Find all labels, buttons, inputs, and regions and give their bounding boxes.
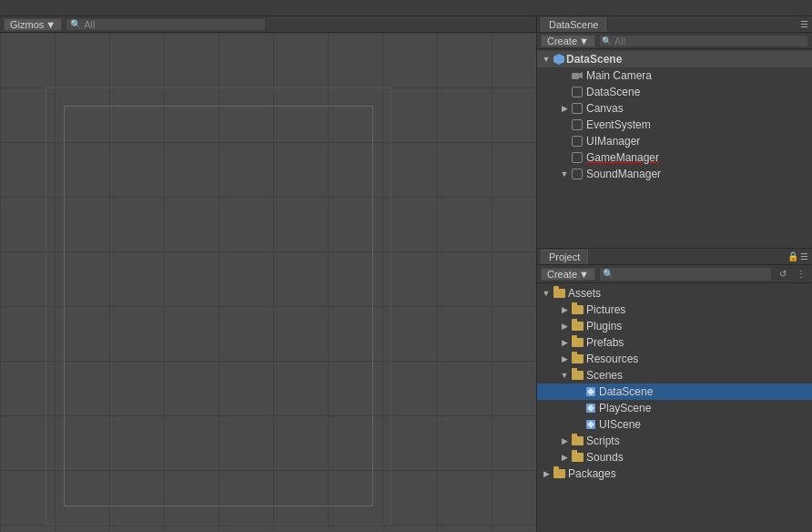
uimanager-icon bbox=[570, 134, 584, 148]
resources-label: Resources bbox=[586, 353, 638, 365]
canvas-gameobject-icon bbox=[572, 103, 583, 114]
soundmanager-gameobject-icon bbox=[572, 169, 583, 179]
scripts-folder-shape bbox=[572, 436, 584, 445]
hierarchy-item-eventsystem[interactable]: EventSystem bbox=[537, 117, 812, 133]
pictures-folder-icon bbox=[570, 302, 584, 317]
project-tab-label: Project bbox=[549, 251, 580, 262]
canvas-expand-arrow bbox=[559, 103, 570, 114]
project-search-container: 🔍 bbox=[599, 267, 772, 281]
assets-expand-arrow bbox=[541, 288, 552, 299]
hierarchy-item-uimanager[interactable]: UIManager bbox=[537, 133, 812, 149]
assets-label: Assets bbox=[568, 287, 601, 300]
eventsystem-label: EventSystem bbox=[586, 118, 651, 131]
prefabs-folder-icon bbox=[570, 335, 584, 350]
hierarchy-tab[interactable]: DataScene bbox=[541, 17, 606, 32]
project-item-prefabs[interactable]: Prefabs bbox=[537, 334, 812, 351]
playscene-file-icon bbox=[584, 402, 597, 414]
packages-folder-shape bbox=[553, 469, 565, 478]
scenes-folder-shape bbox=[572, 371, 584, 380]
project-item-packages[interactable]: Packages bbox=[537, 466, 812, 482]
hierarchy-item-datascene-root[interactable]: DataScene bbox=[537, 51, 812, 67]
uimanager-label: UIManager bbox=[586, 135, 640, 148]
project-item-uiscene-file[interactable]: UIScene bbox=[537, 416, 812, 433]
scene-inner-box bbox=[64, 106, 373, 506]
prefabs-expand-arrow bbox=[559, 337, 570, 348]
project-search-icon: 🔍 bbox=[603, 269, 614, 279]
project-item-datascene-file[interactable]: DataScene bbox=[537, 384, 812, 400]
project-create-arrow: ▼ bbox=[579, 269, 589, 280]
playscene-file-label: PlayScene bbox=[599, 402, 651, 414]
project-panel-toolbar: Project 🔒 ☰ bbox=[537, 249, 812, 265]
hierarchy-controls: Create ▼ 🔍 bbox=[537, 33, 812, 49]
main-layout: Gizmos ▼ 🔍 All DataScene ☰ bbox=[0, 16, 812, 532]
datascene-file-icon bbox=[584, 385, 597, 398]
scene-toolbar: Gizmos ▼ 🔍 All bbox=[0, 16, 536, 33]
scene-panel: Gizmos ▼ 🔍 All bbox=[0, 16, 537, 532]
main-camera-icon bbox=[570, 68, 584, 83]
scripts-expand-arrow bbox=[559, 435, 570, 446]
soundmanager-expand-arrow bbox=[559, 169, 570, 179]
lock-icon[interactable]: 🔒 bbox=[787, 251, 798, 261]
soundmanager-icon bbox=[570, 167, 584, 181]
resources-folder-icon bbox=[570, 352, 584, 366]
soundmanager-label: SoundManager bbox=[586, 168, 661, 180]
project-item-sounds[interactable]: Sounds bbox=[537, 449, 812, 466]
hierarchy-search-container: 🔍 bbox=[599, 35, 808, 47]
sounds-folder-icon bbox=[570, 450, 584, 465]
scenes-expand-arrow bbox=[559, 370, 570, 381]
hierarchy-create-arrow: ▼ bbox=[579, 36, 589, 46]
scene-search-placeholder: All bbox=[84, 19, 95, 30]
eventsystem-gameobject-icon bbox=[572, 119, 583, 130]
project-item-scripts[interactable]: Scripts bbox=[537, 433, 812, 449]
gizmos-label: Gizmos bbox=[10, 19, 44, 30]
top-bar bbox=[0, 0, 812, 16]
project-item-pictures[interactable]: Pictures bbox=[537, 302, 812, 318]
sounds-label: Sounds bbox=[586, 451, 624, 464]
project-columns-button[interactable]: ⋮ bbox=[794, 267, 808, 281]
canvas-label: Canvas bbox=[586, 102, 624, 115]
hierarchy-item-soundmanager[interactable]: SoundManager bbox=[537, 166, 812, 182]
panel-menu-icon[interactable]: ☰ bbox=[800, 19, 808, 29]
project-item-scenes[interactable]: Scenes bbox=[537, 367, 812, 384]
assets-folder-icon bbox=[552, 286, 566, 301]
prefabs-label: Prefabs bbox=[586, 336, 624, 349]
project-controls: Create ▼ 🔍 ↺ ⋮ bbox=[537, 265, 812, 283]
project-create-button[interactable]: Create ▼ bbox=[541, 268, 595, 281]
resources-folder-shape bbox=[572, 354, 584, 363]
hierarchy-create-button[interactable]: Create ▼ bbox=[541, 35, 595, 47]
uiscene-file-label: UIScene bbox=[599, 418, 641, 431]
hierarchy-item-canvas[interactable]: Canvas bbox=[537, 100, 812, 117]
canvas-icon bbox=[570, 101, 584, 116]
project-panel: Project 🔒 ☰ Create ▼ 🔍 ↺ ⋮ bbox=[537, 249, 812, 532]
plugins-folder-shape bbox=[572, 322, 584, 331]
gamemanager-icon bbox=[570, 150, 584, 165]
hierarchy-search-input[interactable] bbox=[599, 35, 808, 47]
project-search-input[interactable] bbox=[599, 267, 772, 281]
svg-marker-1 bbox=[579, 72, 583, 78]
uiscene-file-icon bbox=[584, 418, 597, 431]
hierarchy-item-main-camera[interactable]: Main Camera bbox=[537, 67, 812, 84]
hierarchy-item-gamemanager[interactable]: GameManager bbox=[537, 149, 812, 166]
scenes-label: Scenes bbox=[586, 369, 623, 382]
plugins-expand-arrow bbox=[559, 321, 570, 332]
scene-search-icon: 🔍 bbox=[70, 19, 81, 29]
project-item-playscene-file[interactable]: PlayScene bbox=[537, 400, 812, 416]
project-menu-icon[interactable]: ☰ bbox=[800, 251, 808, 261]
project-item-assets[interactable]: Assets bbox=[537, 285, 812, 302]
project-item-resources[interactable]: Resources bbox=[537, 351, 812, 367]
project-refresh-button[interactable]: ↺ bbox=[776, 267, 790, 281]
assets-folder-shape bbox=[553, 289, 565, 298]
sounds-folder-shape bbox=[572, 453, 584, 462]
project-item-plugins[interactable]: Plugins bbox=[537, 318, 812, 334]
right-panel: DataScene ☰ Create ▼ 🔍 bbox=[537, 16, 812, 532]
scene-search[interactable]: 🔍 All bbox=[66, 18, 266, 31]
scenes-folder-icon bbox=[570, 368, 584, 383]
datascene-file-label: DataScene bbox=[599, 385, 653, 398]
pictures-folder-shape bbox=[572, 305, 584, 314]
gizmos-button[interactable]: Gizmos ▼ bbox=[4, 18, 62, 31]
gizmos-arrow: ▼ bbox=[46, 19, 56, 30]
pictures-expand-arrow bbox=[559, 304, 570, 315]
hierarchy-item-datascene-go[interactable]: DataScene bbox=[537, 84, 812, 100]
project-tab[interactable]: Project bbox=[541, 250, 588, 264]
scene-viewport bbox=[0, 33, 536, 532]
